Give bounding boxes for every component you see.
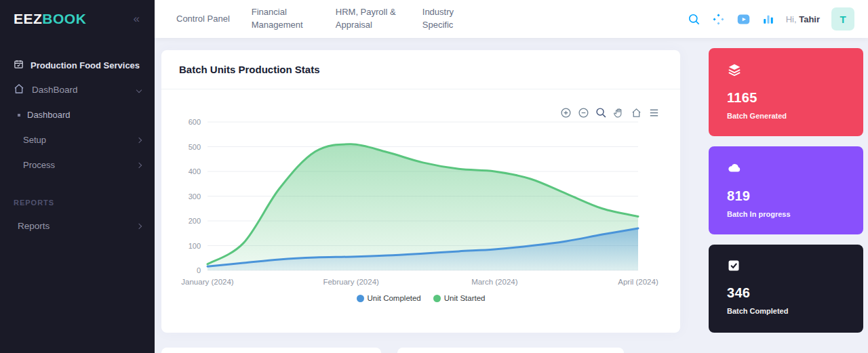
svg-text:0: 0 bbox=[197, 266, 201, 274]
logo-row: EEZBOOK « bbox=[0, 0, 155, 38]
chart-legend: Unit CompletedUnit Started bbox=[161, 294, 680, 302]
sidebar-item-label: Setup bbox=[23, 135, 46, 145]
sidebar-subitem-dashboard[interactable]: Dashboard bbox=[0, 102, 155, 127]
app-logo[interactable]: EEZBOOK bbox=[14, 11, 86, 27]
legend-label: Unit Started bbox=[444, 294, 486, 302]
sidebar-item-reports[interactable]: Reports bbox=[0, 213, 155, 238]
chevron-right-icon bbox=[136, 223, 142, 228]
chevron-right-icon bbox=[136, 137, 142, 142]
stat-value: 1165 bbox=[727, 90, 845, 106]
user-name: Tahir bbox=[799, 14, 820, 24]
sidebar-section-reports: REPORTS bbox=[0, 191, 155, 213]
avatar[interactable]: T bbox=[831, 7, 854, 30]
legend-item[interactable]: Unit Started bbox=[433, 294, 486, 302]
svg-text:April (2024): April (2024) bbox=[618, 278, 658, 286]
chart-card-header: Batch Units Production Stats bbox=[161, 50, 680, 89]
stat-value: 346 bbox=[727, 285, 845, 301]
sidebar-service-label: Production Food Services bbox=[31, 60, 140, 70]
legend-dot-icon bbox=[357, 295, 364, 302]
menu-icon[interactable] bbox=[648, 107, 660, 119]
bullet-icon bbox=[18, 114, 20, 117]
production-stats-chart[interactable]: 0100200300400500600January (2024)Februar… bbox=[174, 115, 648, 293]
stat-label: Batch Completed bbox=[727, 307, 845, 315]
legend-item[interactable]: Unit Completed bbox=[357, 294, 421, 302]
sidebar-item-process[interactable]: Process bbox=[0, 152, 155, 178]
legend-dot-icon bbox=[433, 295, 441, 302]
chart-card: Batch Units Production Stats bbox=[161, 50, 680, 333]
app-root: EEZBOOK « Production Food Services DashB… bbox=[0, 0, 868, 353]
apps-grid-icon[interactable] bbox=[712, 13, 725, 26]
sidebar-item-dashboard[interactable]: DashBoard bbox=[0, 77, 155, 102]
cloud-icon bbox=[727, 166, 742, 178]
svg-text:600: 600 bbox=[189, 118, 201, 126]
partial-card bbox=[161, 348, 381, 353]
legend-label: Unit Completed bbox=[368, 294, 421, 302]
layers-icon bbox=[727, 68, 742, 79]
chevron-right-icon bbox=[136, 162, 142, 167]
chart-card-title: Batch Units Production Stats bbox=[179, 64, 320, 75]
svg-text:100: 100 bbox=[189, 242, 201, 250]
svg-text:200: 200 bbox=[189, 217, 201, 225]
stat-label: Batch In progress bbox=[727, 210, 845, 218]
svg-text:January (2024): January (2024) bbox=[181, 278, 234, 286]
logo-primary: EEZ bbox=[14, 11, 42, 26]
nav-item-financial-management[interactable]: Financial Management bbox=[252, 6, 314, 32]
sidebar-item-label: Reports bbox=[18, 221, 50, 231]
stat-card-batch-in-progress[interactable]: 819 Batch In progress bbox=[709, 146, 863, 234]
stat-value: 819 bbox=[727, 188, 845, 204]
svg-text:500: 500 bbox=[189, 143, 201, 151]
svg-text:February (2024): February (2024) bbox=[323, 278, 379, 286]
content-area: Batch Units Production Stats bbox=[155, 38, 868, 353]
svg-text:300: 300 bbox=[189, 192, 201, 201]
stat-label: Batch Generated bbox=[727, 112, 845, 120]
topbar: Control Panel Financial Management HRM, … bbox=[155, 0, 868, 38]
user-greeting: Hi, Tahir bbox=[786, 14, 820, 24]
topbar-right: Hi, Tahir T bbox=[688, 7, 868, 30]
calendar-check-icon bbox=[14, 59, 24, 71]
sidebar-item-service[interactable]: Production Food Services bbox=[0, 53, 155, 77]
sidebar-collapse-icon[interactable]: « bbox=[134, 12, 140, 26]
sidebar-item-label: Process bbox=[23, 160, 55, 170]
nav-item-hrm-payroll[interactable]: HRM, Payroll & Appraisal bbox=[336, 6, 401, 32]
partial-card bbox=[397, 348, 624, 353]
logo-accent: BOOK bbox=[42, 11, 86, 26]
search-icon[interactable] bbox=[688, 13, 701, 26]
sidebar-subitem-label: Dashboard bbox=[27, 110, 71, 120]
bar-chart-icon[interactable] bbox=[762, 13, 774, 25]
checkbox-icon bbox=[727, 263, 741, 274]
stat-card-batch-completed[interactable]: 346 Batch Completed bbox=[709, 245, 863, 333]
nav-item-control-panel[interactable]: Control Panel bbox=[176, 13, 230, 26]
sidebar-item-setup[interactable]: Setup bbox=[0, 127, 155, 152]
topnav: Control Panel Financial Management HRM, … bbox=[155, 6, 465, 32]
svg-text:March (2024): March (2024) bbox=[471, 278, 518, 286]
video-tutorial-icon[interactable] bbox=[736, 12, 751, 26]
svg-text:400: 400 bbox=[189, 167, 201, 175]
chevron-down-icon bbox=[136, 87, 142, 92]
nav-item-industry-specific[interactable]: Industry Specific bbox=[422, 6, 465, 32]
sidebar-item-label: DashBoard bbox=[32, 85, 78, 95]
home-icon bbox=[14, 83, 24, 96]
stat-card-batch-generated[interactable]: 1165 Batch Generated bbox=[709, 48, 863, 136]
sidebar: EEZBOOK « Production Food Services DashB… bbox=[0, 0, 155, 353]
